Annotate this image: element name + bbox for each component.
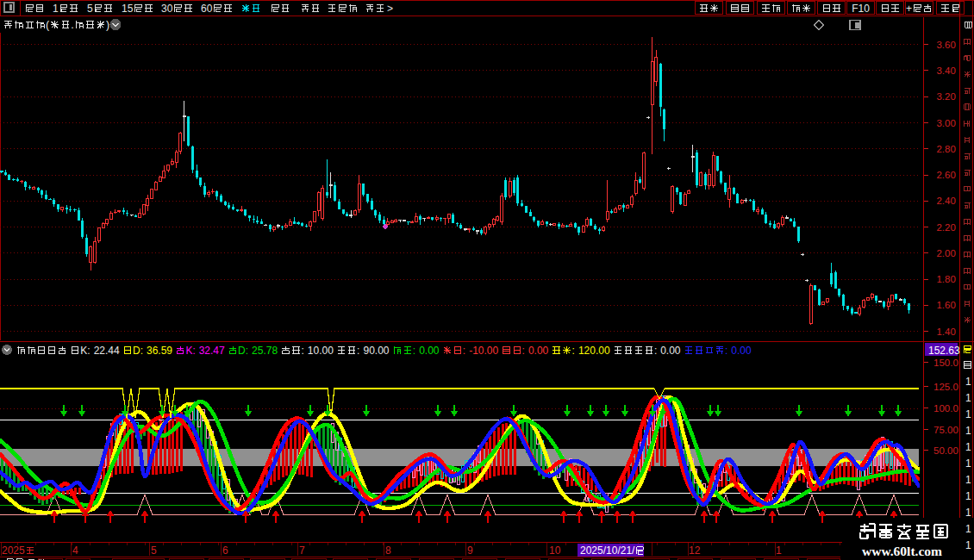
- svg-text:7: 7: [299, 544, 305, 557]
- svg-text:): ): [106, 19, 109, 31]
- svg-text:1: 1: [965, 474, 971, 486]
- svg-text:60: 60: [201, 3, 213, 15]
- svg-text:>: >: [387, 3, 393, 15]
- svg-text:5: 5: [151, 544, 157, 557]
- svg-text:2.60: 2.60: [936, 170, 955, 180]
- svg-text:F10: F10: [852, 3, 870, 15]
- svg-text:K:: K:: [185, 345, 198, 357]
- svg-text:1: 1: [965, 425, 971, 437]
- svg-text:25.78: 25.78: [252, 345, 280, 357]
- svg-text:0.00: 0.00: [660, 345, 684, 357]
- svg-text:1: 1: [965, 457, 971, 470]
- svg-text::: :: [654, 345, 660, 357]
- svg-text:1: 1: [965, 441, 971, 453]
- svg-text:1.60: 1.60: [936, 300, 955, 310]
- svg-text:1: 1: [53, 3, 59, 15]
- svg-text:3.60: 3.60: [936, 40, 955, 50]
- svg-text:5: 5: [87, 3, 93, 15]
- svg-text:3.00: 3.00: [936, 118, 955, 128]
- svg-text:150.0: 150.0: [933, 358, 958, 368]
- svg-text:www.60lt.com: www.60lt.com: [862, 544, 942, 558]
- svg-text:2.40: 2.40: [936, 196, 955, 206]
- svg-text:0.00: 0.00: [731, 345, 752, 357]
- svg-text:32.47: 32.47: [199, 345, 228, 357]
- svg-text:10.00: 10.00: [308, 345, 336, 357]
- svg-text:1: 1: [776, 544, 782, 557]
- svg-text::: :: [572, 345, 578, 357]
- svg-text:2.00: 2.00: [936, 248, 955, 258]
- svg-text:152.63: 152.63: [928, 345, 960, 357]
- svg-text:100.0: 100.0: [933, 403, 958, 414]
- svg-text:120.00: 120.00: [578, 345, 613, 357]
- svg-text:75.00: 75.00: [933, 425, 958, 435]
- svg-text:0.00: 0.00: [419, 345, 442, 357]
- svg-text:1: 1: [965, 507, 971, 519]
- svg-text:3.40: 3.40: [936, 65, 955, 76]
- svg-text:D:: D:: [133, 345, 146, 357]
- svg-text:.: .: [71, 19, 73, 31]
- svg-text:2025: 2025: [2, 544, 25, 557]
- svg-text::: :: [301, 345, 307, 357]
- svg-text:K:: K:: [80, 345, 93, 357]
- svg-text:2025/10/21/: 2025/10/21/: [580, 544, 635, 557]
- svg-text:1: 1: [965, 539, 971, 551]
- svg-text:2.80: 2.80: [936, 144, 955, 154]
- svg-text:6: 6: [222, 544, 228, 557]
- svg-text:9: 9: [467, 544, 473, 557]
- svg-text:125.0: 125.0: [933, 382, 958, 392]
- svg-text:-10.00: -10.00: [469, 345, 501, 357]
- svg-text:D:: D:: [238, 345, 251, 357]
- svg-text:4: 4: [72, 544, 78, 557]
- svg-text:90.00: 90.00: [364, 345, 392, 357]
- svg-text:1: 1: [965, 376, 971, 388]
- svg-text:1: 1: [965, 392, 971, 404]
- svg-text:30: 30: [161, 3, 173, 15]
- svg-text:2.20: 2.20: [936, 222, 955, 233]
- svg-text:36.59: 36.59: [147, 345, 175, 357]
- svg-text:3.20: 3.20: [936, 91, 955, 102]
- svg-text::: :: [522, 345, 528, 357]
- svg-text:22.44: 22.44: [94, 345, 122, 357]
- svg-text:15: 15: [122, 3, 134, 15]
- svg-text:1: 1: [965, 490, 971, 502]
- svg-text:1: 1: [965, 408, 971, 420]
- svg-text:1.80: 1.80: [936, 274, 955, 284]
- svg-text:8: 8: [385, 544, 391, 557]
- svg-text:1.40: 1.40: [936, 327, 955, 337]
- svg-text::: :: [725, 345, 731, 357]
- svg-text::: :: [413, 345, 419, 357]
- svg-text::: :: [463, 345, 469, 357]
- svg-text::: :: [357, 345, 363, 357]
- svg-text:50.00: 50.00: [933, 445, 958, 456]
- svg-text:12: 12: [689, 544, 701, 557]
- svg-text:+: +: [906, 3, 912, 15]
- svg-text:1: 1: [965, 523, 971, 535]
- svg-text:10: 10: [549, 544, 561, 557]
- svg-text:0.00: 0.00: [528, 345, 552, 357]
